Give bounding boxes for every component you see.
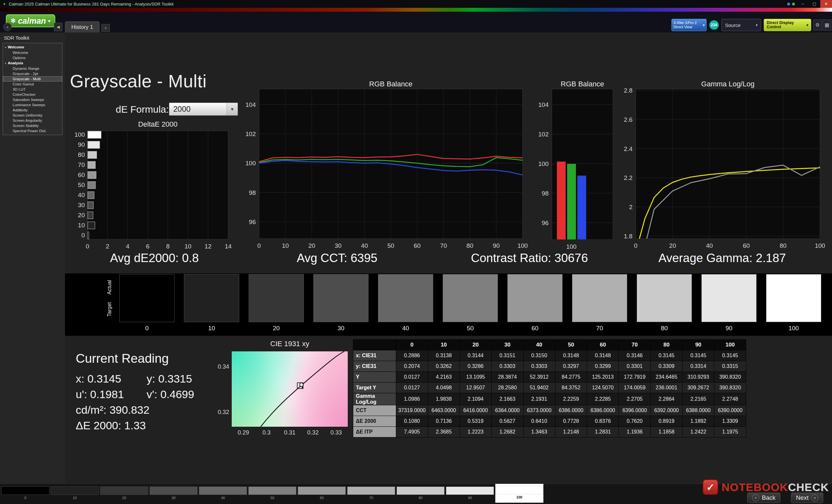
svg-text:100: 100	[517, 242, 528, 249]
pattern-swatch-label: 90	[446, 496, 494, 500]
deltae-chart: 024681012141009080706050403020100	[65, 129, 234, 258]
pattern-swatch-50[interactable]: 50	[248, 486, 296, 500]
calman-menu-button[interactable]: ✻ calman ▾	[6, 14, 55, 27]
sidebar-tree: ▾WelcomeWelcomeOptions▾AnalysisDynamic R…	[3, 43, 62, 135]
svg-text:10: 10	[282, 242, 289, 249]
pattern-swatch-label: 10	[51, 496, 99, 500]
gray-patch-30	[313, 274, 368, 322]
grayscale-patch-strip: Actual Target 0102030405060708090100	[65, 274, 832, 336]
sidebar-collapse-button[interactable]: ◀	[54, 23, 62, 31]
maximize-button[interactable]: ▢	[809, 0, 820, 8]
sidebar-item-grayscale-multi[interactable]: Grayscale - Multi	[3, 76, 62, 82]
sidebar-item-color-gamut[interactable]: Color Gamut	[3, 82, 62, 87]
pattern-swatch-70[interactable]: 70	[347, 486, 395, 500]
pattern-swatch-10[interactable]: 10	[51, 486, 99, 500]
pattern-swatch-color	[150, 486, 198, 495]
table-cell: 1.3463	[523, 427, 555, 438]
cie-locus-overlay	[232, 352, 348, 427]
svg-text:80: 80	[466, 242, 473, 249]
sidebar-item-3d-lut[interactable]: 3D LUT	[3, 87, 62, 92]
svg-text:70: 70	[440, 242, 447, 249]
svg-text:50: 50	[78, 181, 85, 188]
minimize-button[interactable]: ─	[797, 0, 809, 8]
close-button[interactable]: ✕	[820, 0, 832, 8]
table-cell: 2.2864	[651, 393, 682, 405]
sidebar-item-screen-angularity[interactable]: Screen Angularity	[3, 118, 62, 123]
strip-row-label-actual: Actual	[107, 276, 113, 299]
table-cell: 0.3314	[682, 361, 714, 372]
gray-patch-0	[119, 274, 175, 322]
sidebar-item-colorchecker[interactable]: ColorChecker	[3, 92, 62, 97]
svg-text:0: 0	[86, 243, 89, 250]
source-dropdown[interactable]: Source ▾	[722, 19, 761, 31]
pattern-swatch-0[interactable]: 0	[1, 486, 49, 500]
table-cell: 1.1892	[682, 416, 714, 427]
table-cell: 1.1936	[619, 427, 651, 438]
meter-count-badge[interactable]: 234	[709, 20, 719, 30]
table-row-y-cie31: y: CIE310.20740.32620.32860.33030.33030.…	[353, 361, 746, 372]
table-cell: 1.2831	[587, 427, 619, 438]
sidebar-item-saturation-sweeps[interactable]: Saturation Sweeps	[3, 97, 62, 102]
layout-grid-button[interactable]: ▦	[823, 20, 831, 30]
svg-text:100: 100	[566, 243, 576, 250]
pattern-swatch-90[interactable]: 90	[446, 486, 494, 500]
svg-text:96: 96	[249, 219, 256, 225]
table-cell: 234.6465	[651, 372, 682, 383]
svg-text:50: 50	[387, 242, 394, 249]
pattern-swatch-30[interactable]: 30	[150, 486, 198, 500]
sidebar-item-screen-uniformity[interactable]: Screen Uniformity	[3, 113, 62, 118]
stat-avg-de2000: Avg dE2000: 0.8	[110, 251, 199, 265]
tree-group-analysis[interactable]: ▾Analysis	[3, 60, 62, 66]
table-cell: 0.3144	[460, 351, 491, 361]
table-row--e-itp: ΔE ITP7.49052.36851.22231.26821.34631.21…	[353, 427, 746, 438]
tree-group-label: Welcome	[8, 45, 24, 49]
table-column-header: 10	[428, 340, 460, 351]
sidebar-item-grayscale-2pt[interactable]: Grayscale - 2pt	[3, 71, 62, 76]
svg-text:60: 60	[743, 242, 750, 249]
sidebar-item-screen-stability[interactable]: Screen Stability	[3, 123, 62, 128]
window-controls: ─ ▢ ✕	[787, 0, 832, 8]
cie-xtick: 0.3	[257, 429, 276, 436]
add-tab-button[interactable]: +	[101, 24, 110, 32]
pattern-swatch-60[interactable]: 60	[298, 486, 346, 500]
display-control-dropdown[interactable]: Direct Display Control ▾	[764, 19, 811, 31]
table-cell: 0.6410	[523, 416, 555, 427]
settings-gear-button[interactable]: ⚙	[813, 20, 822, 30]
sidebar-item-options[interactable]: Options	[3, 55, 62, 60]
table-cell: 0.3151	[491, 351, 523, 361]
table-cell: 1.2148	[555, 427, 587, 438]
svg-text:100: 100	[74, 131, 85, 138]
sidebar-item-dynamic-range[interactable]: Dynamic Range	[3, 66, 62, 71]
spectrum-strip	[0, 8, 832, 12]
sidebar: SDR Toolkit ▾WelcomeWelcomeOptions▾Analy…	[0, 32, 65, 483]
svg-text:2: 2	[629, 204, 632, 211]
svg-text:12: 12	[205, 243, 212, 250]
table-cell: 310.9293	[682, 372, 714, 383]
tree-group-welcome[interactable]: ▾Welcome	[3, 45, 62, 50]
gray-patch-label: 100	[766, 325, 821, 332]
pattern-swatch-100[interactable]: 100	[495, 484, 543, 503]
next-button[interactable]: Next »	[791, 493, 823, 503]
sidebar-item-additivity[interactable]: Additivity	[3, 108, 62, 113]
pattern-swatch-label: 100	[495, 495, 543, 499]
back-button[interactable]: « Back	[747, 493, 780, 503]
sidebar-item-spectral-power-dist-[interactable]: Spectral Power Dist.	[3, 128, 62, 134]
sidebar-item-luminance-sweeps[interactable]: Luminance Sweeps	[3, 102, 62, 108]
de-formula-label: dE Formula:	[116, 104, 169, 115]
de-formula-select[interactable]: 2000 ▼	[169, 103, 238, 116]
pattern-swatch-20[interactable]: 20	[100, 486, 148, 500]
pattern-swatch-40[interactable]: 40	[199, 486, 247, 500]
gray-patch-label: 20	[249, 325, 304, 332]
session-status-button[interactable]: ●	[3, 23, 12, 31]
pattern-swatch-80[interactable]: 80	[396, 486, 445, 500]
calman-flower-icon: ✻	[11, 17, 16, 24]
stat-avg-cct: Avg CCT: 6395	[297, 251, 377, 265]
table-cell: 0.3262	[428, 361, 460, 372]
meter-button[interactable]: X-Rite i1Pro 2 Direct View ▾	[672, 19, 706, 31]
tab-history-1[interactable]: History 1	[65, 22, 100, 32]
table-cell: 0.1080	[396, 416, 428, 427]
calman-logo-label: calman	[18, 16, 46, 26]
table-cell: 0.7728	[555, 416, 587, 427]
sidebar-item-welcome[interactable]: Welcome	[3, 50, 62, 55]
svg-text:100: 100	[245, 160, 256, 167]
